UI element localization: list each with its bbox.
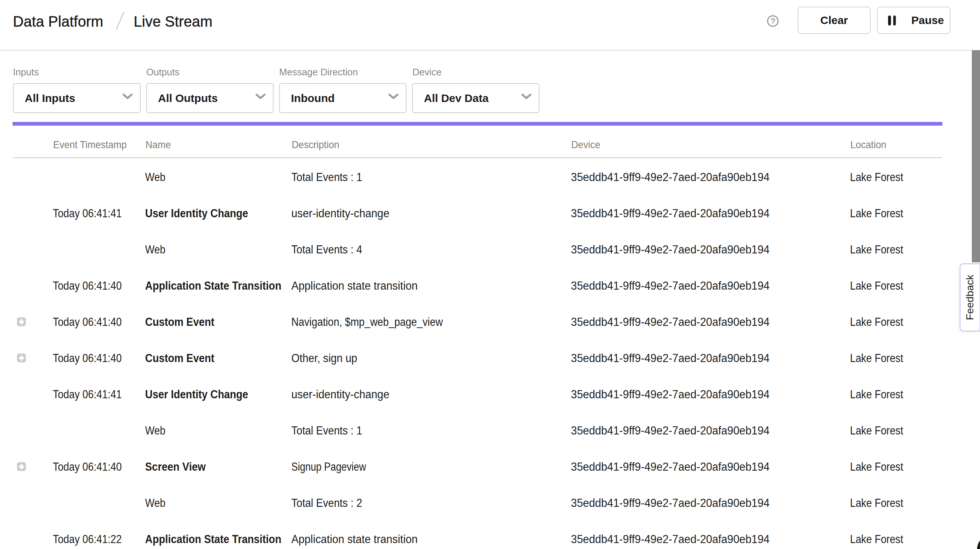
svg-text:?: ? — [771, 17, 775, 26]
